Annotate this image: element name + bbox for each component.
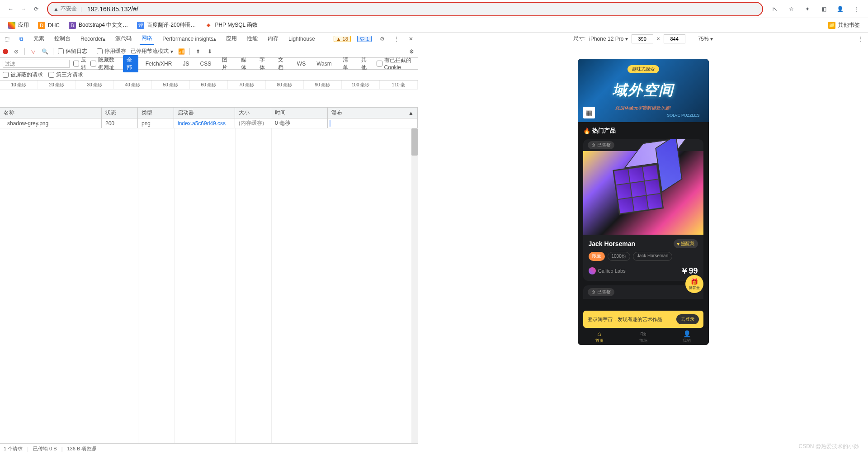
profile-icon[interactable]: 👤	[833, 2, 847, 16]
height-input[interactable]	[664, 34, 685, 43]
tab-performance-insights[interactable]: Performance insights ▴	[160, 33, 218, 45]
apps-button[interactable]: 应用	[5, 19, 33, 31]
avatar-icon	[589, 267, 596, 274]
close-devtools-icon[interactable]: ✕	[407, 35, 415, 43]
width-input[interactable]	[632, 34, 653, 43]
filter-type-fetch[interactable]: Fetch/XHR	[142, 60, 176, 68]
bookmark-bootstrap[interactable]: B Bootstrap4 中文文…	[65, 19, 132, 31]
status-resources: 136 B 项资源	[67, 445, 96, 452]
sold-out-badge: ⏱ 已售罄	[588, 141, 614, 149]
throttling-dropdown[interactable]: 已停用节流模式 ▾	[131, 47, 173, 55]
wifi-icon[interactable]: 📶	[178, 48, 185, 55]
author-info[interactable]: Galiieo Labs	[589, 267, 626, 274]
bookmark-php[interactable]: ◆ PHP MySQL 函数	[201, 19, 261, 31]
timeline-tick: 90 毫秒	[304, 80, 342, 89]
col-initiator[interactable]: 启动器	[174, 108, 235, 118]
filter-type-wasm[interactable]: Wasm	[313, 60, 335, 68]
preview-more-icon[interactable]: ⋮	[858, 36, 863, 42]
import-icon[interactable]: ⬆	[194, 48, 202, 55]
tab-performance[interactable]: 性能	[245, 33, 259, 45]
tab-mine[interactable]: 👤 我的	[665, 328, 709, 345]
network-settings-icon[interactable]: ⚙	[408, 48, 415, 55]
reload-button[interactable]: ⟳	[30, 3, 42, 15]
login-prompt: 登录淘宇宙，发现有趣的艺术作品 去登录	[583, 311, 703, 328]
back-button[interactable]: ←	[5, 3, 17, 15]
timeline-tick: 10 毫秒	[0, 80, 38, 89]
settings-icon[interactable]: ⚙	[378, 35, 386, 43]
extensions-icon[interactable]: ✦	[800, 2, 815, 16]
third-party-checkbox[interactable]: 第三方请求	[48, 71, 83, 79]
limit-pill: 限量	[589, 252, 605, 261]
filter-type-ws[interactable]: WS	[293, 60, 309, 68]
tab-elements[interactable]: 元素	[32, 33, 46, 45]
login-button[interactable]: 去登录	[676, 314, 699, 324]
tab-market[interactable]: 🛍 市场	[621, 328, 665, 345]
search-icon[interactable]: 🔍	[41, 48, 48, 55]
share-icon[interactable]: ⇱	[768, 2, 782, 16]
network-table: 名称 状态 类型 启动器 大小 时间 瀑布▲ shadow-grey.png 2…	[0, 108, 418, 443]
zoom-selector[interactable]: 75% ▾	[698, 36, 713, 42]
side-panel-icon[interactable]: ◧	[816, 2, 831, 16]
col-waterfall[interactable]: 瀑布▲	[328, 108, 418, 118]
tab-sources[interactable]: 源代码	[113, 33, 133, 45]
inspect-icon[interactable]: ⬚	[3, 35, 11, 43]
qr-code-icon: ▦	[583, 107, 595, 118]
blind-box-button[interactable]: 🎁 拆盲盒	[685, 275, 703, 293]
url-bar[interactable]: ▲ 不安全 | 192.168.85.132/#/	[47, 2, 763, 16]
device-toggle-icon[interactable]: ⧉	[17, 35, 25, 43]
filter-icon[interactable]: ▽	[29, 48, 37, 55]
blocked-requests-checkbox[interactable]: 被屏蔽的请求	[3, 71, 43, 79]
col-size[interactable]: 大小	[235, 108, 271, 118]
clear-icon[interactable]: ⊘	[13, 48, 20, 55]
device-selector[interactable]: iPhone 12 Pro ▾	[589, 36, 627, 42]
disable-cache-checkbox[interactable]: 停用缓存	[97, 47, 126, 55]
table-header: 名称 状态 类型 启动器 大小 时间 瀑布▲	[0, 108, 418, 118]
col-type[interactable]: 类型	[138, 108, 174, 118]
table-row[interactable]: shadow-grey.png 200 png index.a5c69d49.c…	[0, 118, 418, 128]
filter-type-js[interactable]: JS	[179, 60, 193, 68]
bookmark-star-icon[interactable]: ☆	[784, 2, 798, 16]
cell-time: 0 毫秒	[271, 118, 328, 128]
col-status[interactable]: 状态	[102, 108, 138, 118]
col-time[interactable]: 时间	[271, 108, 328, 118]
warnings-badge[interactable]: ▲ 18	[334, 36, 351, 42]
col-name[interactable]: 名称	[0, 108, 102, 118]
menu-icon[interactable]: ⋮	[849, 2, 863, 16]
tab-home[interactable]: ⌂ 首页	[578, 328, 622, 345]
dimensions-label: 尺寸:	[573, 35, 585, 43]
cell-waterfall	[328, 118, 418, 128]
remind-button[interactable]: ♥ 提醒我	[674, 239, 698, 248]
filter-input[interactable]	[3, 60, 70, 68]
status-requests: 1 个请求	[4, 445, 23, 452]
product-card-peek[interactable]: ⏱ 已售罄	[583, 285, 703, 299]
blocked-cookies-checkbox[interactable]: 有已拦截的 Cookie	[377, 57, 415, 71]
tab-network[interactable]: 网络	[140, 33, 154, 45]
filter-type-css[interactable]: CSS	[196, 60, 215, 68]
php-icon: ◆	[205, 22, 212, 29]
network-timeline[interactable]: 10 毫秒 20 毫秒 30 毫秒 40 毫秒 50 毫秒 60 毫秒 70 毫…	[0, 80, 418, 108]
preview-area: 尺寸: iPhone 12 Pro ▾ × 75% ▾ ⋮ 趣味式探索 域外空间…	[418, 33, 868, 454]
record-button[interactable]	[3, 49, 8, 54]
bookmark-baidu-translate[interactable]: 译 百度翻译-200种语…	[133, 19, 199, 31]
hide-data-urls-checkbox[interactable]: 隐藏数据网址	[90, 56, 120, 71]
other-bookmarks[interactable]: 📁 其他书签	[825, 19, 863, 31]
product-card[interactable]: ⏱ 已售罄	[583, 139, 703, 281]
cell-size: (内存缓存)	[235, 118, 271, 128]
export-icon[interactable]: ⬇	[206, 48, 213, 55]
hero-banner[interactable]: 趣味式探索 域外空间 沉浸体验元宇宙解谜新乐趣! SOLVE PUZZLES ▦	[578, 59, 709, 122]
scrollbar[interactable]	[411, 128, 418, 443]
preserve-log-checkbox[interactable]: 保留日志	[58, 47, 87, 55]
devtools-status-bar: 1 个请求 | 已传输 0 B | 136 B 项资源	[0, 443, 418, 454]
forward-button[interactable]: →	[17, 3, 30, 15]
invert-checkbox[interactable]: 反转	[73, 56, 87, 71]
info-badge[interactable]: 🗩 1	[357, 36, 372, 42]
more-icon[interactable]: ⋮	[392, 35, 401, 43]
mobile-preview[interactable]: 趣味式探索 域外空间 沉浸体验元宇宙解谜新乐趣! SOLVE PUZZLES ▦…	[578, 59, 709, 345]
tab-memory[interactable]: 内存	[266, 33, 280, 45]
tab-recorder[interactable]: Recorder ▴	[79, 33, 107, 45]
bookmark-dhc[interactable]: D DHC	[34, 20, 63, 31]
count-pill: 1000份	[608, 252, 630, 261]
tab-console[interactable]: 控制台	[52, 33, 72, 45]
tab-application[interactable]: 应用	[224, 33, 239, 45]
tab-lighthouse[interactable]: Lighthouse	[287, 33, 317, 45]
